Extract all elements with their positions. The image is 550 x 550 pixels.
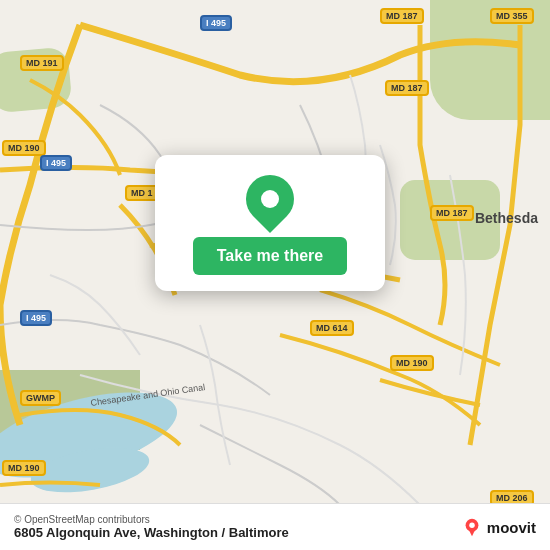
road-badge-md190_far: MD 190: [2, 460, 46, 476]
popup-card: Take me there: [155, 155, 385, 291]
road-badge-md191_left: MD 191: [20, 55, 64, 71]
address-label: 6805 Algonquin Ave, Washington / Baltimo…: [14, 525, 461, 540]
road-badge-md614: MD 614: [310, 320, 354, 336]
take-me-there-button[interactable]: Take me there: [193, 237, 347, 275]
road-badge-gwmp: GWMP: [20, 390, 61, 406]
moovit-logo: moovit: [461, 516, 536, 538]
moovit-text: moovit: [487, 519, 536, 536]
bottom-bar: © OpenStreetMap contributors 6805 Algonq…: [0, 503, 550, 550]
road-badge-md187_right: MD 187: [430, 205, 474, 221]
road-badge-i495_mid: I 495: [40, 155, 72, 171]
svg-marker-2: [468, 529, 475, 536]
moovit-icon: [461, 516, 483, 538]
map-attribution: © OpenStreetMap contributors: [14, 514, 461, 525]
road-badge-md187_top: MD 187: [380, 8, 424, 24]
location-pin: [236, 165, 304, 233]
pin-inner: [261, 190, 279, 208]
road-badge-md190_bot: MD 190: [390, 355, 434, 371]
map-container: MD 187MD 355I 495MD 191MD 187MD 190I 495…: [0, 0, 550, 550]
svg-point-1: [469, 522, 475, 528]
city-label: Bethesda: [475, 210, 538, 226]
road-badge-md1_badge: MD 1: [125, 185, 159, 201]
road-badge-i495_top: I 495: [200, 15, 232, 31]
road-badge-md187_mid: MD 187: [385, 80, 429, 96]
road-badge-md355: MD 355: [490, 8, 534, 24]
road-badge-i495_bot: I 495: [20, 310, 52, 326]
road-badge-md190: MD 190: [2, 140, 46, 156]
